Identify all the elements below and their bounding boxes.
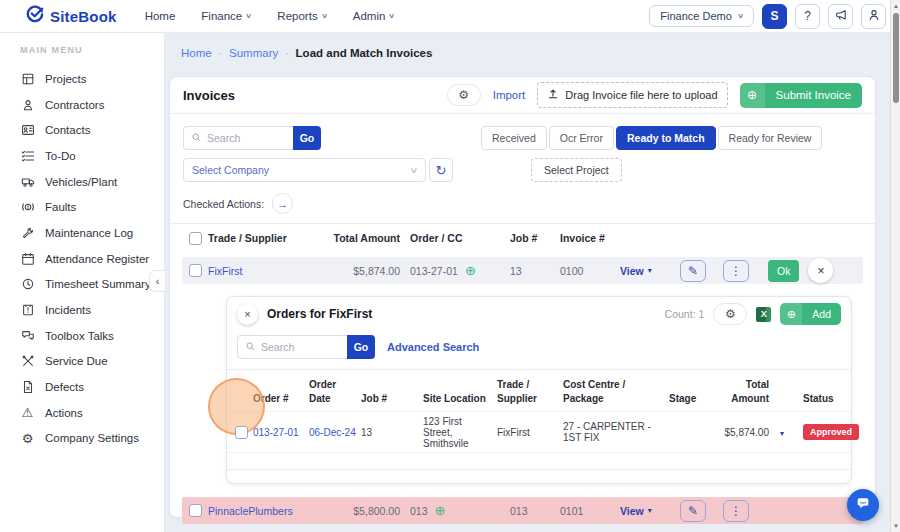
orders-panel-header: × Orders for FixFirst Count: 1 ⚙ X ⊕ Add <box>227 297 851 331</box>
breadcrumb-summary[interactable]: Summary <box>229 47 278 59</box>
refresh-icon: ↻ <box>436 163 447 178</box>
order-row-checkbox[interactable] <box>235 426 248 439</box>
edit-invoice-button[interactable]: ✎ <box>680 260 706 282</box>
breadcrumb-separator: · <box>219 48 222 59</box>
dismiss-button[interactable]: × <box>808 258 833 283</box>
row-checkbox[interactable] <box>189 504 202 517</box>
circle-plus-icon: ⊕ <box>740 83 765 108</box>
order-number-link[interactable]: 013-27-01 <box>253 427 309 438</box>
breadcrumb-current: Load and Match Invoices <box>296 47 433 59</box>
sidebar-item-maintenance-log[interactable]: Maintenance Log <box>20 220 164 246</box>
chat-widget-button[interactable] <box>847 489 879 521</box>
filter-received[interactable]: Received <box>481 126 547 150</box>
order-date-link[interactable]: 06-Dec-24 <box>309 427 361 438</box>
sidebar-item-service-due[interactable]: Service Due <box>20 349 164 375</box>
refresh-button[interactable]: ↻ <box>429 158 453 182</box>
select-company-dropdown[interactable]: Select Company ∨ <box>183 158 426 182</box>
invoices-settings-button[interactable]: ⚙ <box>447 84 481 106</box>
filter-row: Go Received Ocr Error Ready to Match Rea… <box>170 114 875 154</box>
sidebar-item-projects[interactable]: Projects <box>20 66 164 92</box>
invoices-table-header: Trade / Supplier Total Amount Order / CC… <box>182 224 863 252</box>
sidebar-item-contractors[interactable]: Contractors <box>20 92 164 118</box>
view-dropdown[interactable]: View ▾ <box>620 265 680 277</box>
filter-ready-for-review[interactable]: Ready for Review <box>718 126 823 150</box>
breadcrumb-separator: · <box>285 48 288 59</box>
excel-export-icon[interactable]: X <box>756 307 771 322</box>
brand-logo[interactable]: SiteBook <box>26 5 117 27</box>
row-checkbox[interactable] <box>189 264 202 277</box>
submit-invoice-button[interactable]: ⊕ Submit Invoice <box>740 83 862 108</box>
invoice-number: 0100 <box>560 265 620 277</box>
select-project-button[interactable]: Select Project <box>531 158 622 182</box>
orders-settings-button[interactable]: ⚙ <box>713 303 747 325</box>
circle-plus-icon: ⊕ <box>780 303 802 325</box>
add-order-icon[interactable]: ⊕ <box>435 504 446 517</box>
nav-item-admin[interactable]: Admin ∨ <box>353 10 395 22</box>
invoice-upload-dropzone[interactable]: Drag Invoice file here to upload <box>537 82 727 108</box>
scroll-up-arrow[interactable]: ▲ <box>891 0 900 12</box>
add-order-icon[interactable]: ⊕ <box>465 264 476 277</box>
orders-search-input[interactable] <box>261 341 340 353</box>
column-header-invoice: Invoice # <box>560 232 620 244</box>
supplier-link[interactable]: FixFirst <box>208 265 328 277</box>
filter-ready-to-match[interactable]: Ready to Match <box>616 126 716 150</box>
order-supplier: FixFirst <box>497 427 563 438</box>
megaphone-icon <box>834 8 848 25</box>
ok-button[interactable]: Ok <box>768 260 799 282</box>
select-all-checkbox[interactable] <box>189 232 202 245</box>
orders-search-row: Go Advanced Search <box>227 331 851 370</box>
person-icon <box>867 8 881 25</box>
order-cc-value: 013-27-01 <box>410 265 458 277</box>
invoice-row-fixfirst: FixFirst $5,874.00 013-27-01 ⊕ 13 0100 V… <box>182 257 863 284</box>
close-orders-button[interactable]: × <box>237 304 258 325</box>
scroll-down-arrow[interactable]: ▼ <box>891 520 900 532</box>
supplier-link[interactable]: PinnaclePlumbers <box>208 505 328 517</box>
wrench-icon <box>20 226 35 240</box>
more-options-button[interactable]: ⋮ <box>723 500 749 522</box>
sidebar-item-company-settings[interactable]: ⚙ Company Settings <box>20 426 164 452</box>
todo-checklist-icon <box>20 149 35 163</box>
window-scrollbar[interactable]: ▲ ▼ <box>890 0 900 532</box>
edit-invoice-button[interactable]: ✎ <box>680 500 706 522</box>
sidebar-item-todo[interactable]: To-Do <box>20 143 164 169</box>
more-options-button[interactable]: ⋮ <box>723 260 749 282</box>
job-number: 013 <box>510 505 560 517</box>
chat-bubbles-icon <box>20 329 35 343</box>
invoice-searchbox: Go <box>183 126 321 150</box>
filter-ocr-error[interactable]: Ocr Error <box>549 126 614 150</box>
sidebar-item-incidents[interactable]: Incidents <box>20 297 164 323</box>
orders-go-button[interactable]: Go <box>347 335 375 359</box>
chevron-down-icon: ∨ <box>410 166 419 175</box>
incident-badge-icon <box>20 303 35 317</box>
scrollbar-thumb[interactable] <box>893 13 899 103</box>
nav-item-home[interactable]: Home <box>145 10 176 22</box>
search-go-button[interactable]: Go <box>293 126 321 150</box>
sidebar-item-contacts[interactable]: Contacts <box>20 117 164 143</box>
advanced-search-link[interactable]: Advanced Search <box>387 341 479 353</box>
sidebar-item-vehicles-plant[interactable]: Vehicles/Plant <box>20 169 164 195</box>
sidebar-item-toolbox-talks[interactable]: Toolbox Talks <box>20 323 164 349</box>
order-row: 013-27-01 06-Dec-24 13 123 First Street,… <box>227 411 851 453</box>
chevron-down-icon: ∨ <box>388 12 395 20</box>
view-dropdown[interactable]: View ▾ <box>620 505 680 517</box>
checked-actions-apply-button[interactable]: → <box>272 193 293 214</box>
import-link[interactable]: Import <box>493 89 526 101</box>
company-selector[interactable]: Finance Demo ∨ <box>649 5 754 27</box>
user-initial-button[interactable]: S <box>762 4 787 29</box>
profile-button[interactable] <box>861 4 886 29</box>
checked-actions-row: Checked Actions: → <box>170 186 875 223</box>
help-button[interactable]: ? <box>795 4 820 29</box>
search-input[interactable] <box>207 132 286 144</box>
add-order-button[interactable]: ⊕ Add <box>780 303 841 325</box>
nav-item-finance[interactable]: Finance ∨ <box>201 10 251 22</box>
sidebar-item-actions[interactable]: ⚠ Actions <box>20 400 164 426</box>
sidebar-collapse-handle[interactable]: ‹ <box>149 270 165 292</box>
breadcrumb-home[interactable]: Home <box>181 47 212 59</box>
sidebar-item-attendance-register[interactable]: Attendance Register <box>20 246 164 272</box>
announcements-button[interactable] <box>828 4 853 29</box>
order-total-caret[interactable]: ▾ <box>780 426 784 438</box>
nav-item-reports[interactable]: Reports ∨ <box>277 10 326 22</box>
sidebar-item-defects[interactable]: Defects <box>20 374 164 400</box>
sidebar-item-timesheet-summary[interactable]: Timesheet Summary <box>20 272 164 298</box>
sidebar-item-faults[interactable]: Faults <box>20 194 164 220</box>
